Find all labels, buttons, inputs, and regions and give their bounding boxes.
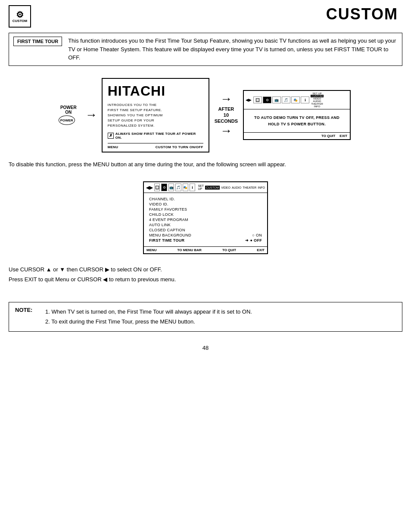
tv-footer-right: TO QUIT EXIT [244,132,350,139]
after-seconds: → AFTER 10 SECONDS → [215,92,238,138]
menu-screen-footer: MENU TO MENU BAR TO QUIT EXIT [144,246,267,253]
custom-icon: ⚙ [16,10,24,19]
info-icon: ℹ [301,96,309,103]
ms-theater-icon: 🎭 [183,184,188,191]
checkbox-icon: ✗ [108,133,114,139]
icon-label: CUSTOM [12,19,28,23]
ms-setup-icon: 🔲 [154,184,160,191]
note-item2: 2. To exit during the First Time Tour, p… [45,317,252,327]
note-item1: 1. When TV set is turned on, the First T… [45,307,252,317]
ms-info-icon: ℹ [190,184,195,191]
arrow-after2: → [220,124,232,138]
menu-row-ftt: FIRST TIME TOUR ➜ ● OFF [149,238,262,243]
after-text: AFTER 10 SECONDS [215,106,238,124]
hitachi-body: INTRODUCES YOU TO THE FIRST TIME SETUP F… [108,103,203,128]
menu-screen-header: ◀▶ 🔲 ⚙ 📺 🎵 🎭 ℹ SET UP CUSTOM VIDEO AUDIO… [144,182,267,193]
hitachi-screen: HITACHI INTRODUCES YOU TO THE FIRST TIME… [102,78,209,152]
note-content: 1. When TV set is turned on, the First T… [45,307,252,327]
menu-row-background: MENU BACKGROUND ○ ON [149,233,262,238]
ms-label-custom: CUSTOM [205,186,220,190]
note-section: NOTE: 1. When TV set is turned on, the F… [9,302,402,332]
menu-screen: ◀▶ 🔲 ⚙ 📺 🎵 🎭 ℹ SET UP CUSTOM VIDEO AUDIO… [143,181,268,254]
menu-row-channel: CHANNEL ID. [149,196,262,202]
hitachi-checkbox-line: ✗ ALWAYS SHOW FIRST TIME TOUR AT POWER O… [108,132,203,140]
ms-label-theater: THEATER [243,186,256,189]
tv-content-right: TO AUTO DEMO TURN TV OFF, PRESS AND HOLD… [244,109,350,132]
cursor-instructions: Use CURSOR ▲ or ▼ then CURSOR ▶ to selec… [9,264,402,285]
ftt-section: FIRST TIME TOUR This function introduces… [9,33,402,66]
ms-label-video: VIDEO [221,186,230,189]
ms-video-icon: 📺 [168,184,174,191]
diagram-section: POWERON POWER → HITACHI INTRODUCES YOU T… [9,78,402,152]
cursor-line1: Use CURSOR ▲ or ▼ then CURSOR ▶ to selec… [9,264,402,274]
hitachi-footer: MENU CUSTOM TO TURN ON/OFF [108,143,203,149]
ms-custom-icon: ⚙ [161,184,167,191]
tv-diagram-right: ◀▶ 🔲 ⚙ 📺 🎵 🎭 ℹ SET UPCUSTOMVIDEOAUDIOTHE… [243,90,351,140]
page-title: CUSTOM [326,5,398,23]
power-button: POWER [59,115,75,125]
menu-screen-body: CHANNEL ID. VIDEO ID. FAMILY FAVORITES C… [144,193,267,246]
power-row: POWERON POWER → [60,105,102,125]
tv-menubar-right: ◀▶ 🔲 ⚙ 📺 🎵 🎭 ℹ SET UPCUSTOMVIDEOAUDIOTHE… [244,91,350,109]
hitachi-title: HITACHI [108,83,203,99]
nav-arrows: ◀▶ [146,185,153,190]
ftt-label: FIRST TIME TOUR [13,37,62,46]
disable-text: To disable this function, press the MENU… [9,160,402,169]
arrow-to-screen: → [85,108,97,122]
menu-row-family: FAMILY FAVORITES [149,207,262,212]
cursor-line2: Press EXIT to quit Menu or CURSOR ◀ to r… [9,274,402,284]
menu-row-event: 4 EVENT PROGRAM [149,217,262,222]
theater-icon: 🎭 [291,96,300,103]
setup-icon: 🔲 [253,96,262,103]
ms-label-audio: AUDIO [232,186,241,189]
audio-icon: 🎵 [282,96,290,103]
power-section: POWERON POWER → [60,105,102,125]
menu-row-autolink: AUTO LINK [149,222,262,227]
page-header: ⚙ CUSTOM CUSTOM [0,0,411,28]
menu-row-video: VIDEO ID. [149,202,262,207]
ftt-description: This function introduces you to the Firs… [68,37,398,62]
custom-icon-box: ⚙ CUSTOM [9,5,31,28]
note-label: NOTE: [15,307,41,327]
ms-label-setup: SET UP [198,184,204,190]
ms-label-info: INFO [258,186,265,189]
power-label: POWERON [60,105,77,115]
menu-diagram-section: ◀▶ 🔲 ⚙ 📺 🎵 🎭 ℹ SET UP CUSTOM VIDEO AUDIO… [9,181,402,254]
ms-audio-icon: 🎵 [175,184,181,191]
page-number: 48 [0,345,411,360]
video-icon: 📺 [272,96,281,103]
menu-row-child: CHILD LOCK [149,212,262,217]
custom-icon-menu: ⚙ [263,96,271,103]
arrow-after: → [220,92,232,106]
menu-row-caption: CLOSED CAPTION [149,227,262,233]
